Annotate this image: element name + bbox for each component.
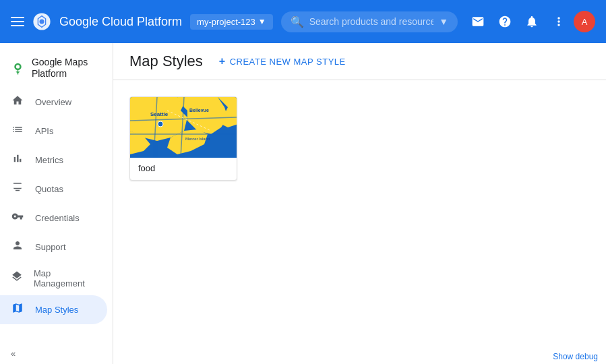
sidebar-item-map-management[interactable]: Map Management — [0, 262, 107, 295]
svg-text:Mercer Island: Mercer Island — [185, 137, 210, 141]
svg-point-18 — [158, 121, 163, 127]
bar-chart-icon — [11, 152, 24, 168]
person-icon — [11, 239, 24, 255]
search-bar[interactable]: 🔍 ▼ — [281, 11, 458, 32]
key-icon — [11, 210, 24, 226]
sidebar-item-map-styles[interactable]: Map Styles — [0, 295, 107, 324]
nav-icons: A — [466, 9, 595, 34]
svg-text:Bellevue: Bellevue — [189, 108, 209, 113]
sidebar-item-quotas-label: Quotas — [35, 184, 63, 194]
sidebar-item-metrics[interactable]: Metrics — [0, 146, 107, 175]
main-layout: Google Maps Platform Overview APIs — [0, 43, 606, 364]
chevron-down-icon: ▼ — [258, 17, 266, 26]
sidebar-item-overview[interactable]: Overview — [0, 88, 107, 117]
page-title: Map Styles — [129, 53, 203, 70]
svg-point-3 — [16, 65, 20, 68]
plus-icon: + — [219, 55, 226, 67]
monitor-icon — [11, 181, 24, 197]
app-title: Google Cloud Platform — [59, 15, 182, 29]
avatar[interactable]: A — [574, 11, 595, 32]
gcp-logo-icon — [32, 12, 51, 31]
sidebar-item-map-management-label: Map Management — [34, 268, 96, 289]
sidebar-item-quotas[interactable]: Quotas — [0, 175, 107, 204]
map-preview-image: Seattle Bellevue Mercer Island — [130, 97, 237, 158]
more-options-icon[interactable] — [547, 9, 571, 34]
map-icon — [11, 302, 24, 317]
sidebar-nav: Overview APIs Metrics Quot — [0, 88, 113, 343]
top-nav: Google Cloud Platform my-project-123 ▼ 🔍… — [0, 0, 606, 43]
search-input[interactable] — [309, 16, 433, 27]
sidebar: Google Maps Platform Overview APIs — [0, 43, 113, 364]
content-body: Seattle Bellevue Mercer Island food — [113, 80, 606, 364]
svg-point-1 — [40, 20, 44, 24]
email-icon[interactable] — [466, 9, 490, 34]
map-style-card[interactable]: Seattle Bellevue Mercer Island food — [129, 96, 237, 181]
content-header: Map Styles + CREATE NEW MAP STYLE — [113, 43, 606, 80]
sidebar-title: Google Maps Platform — [32, 57, 102, 80]
sidebar-header[interactable]: Google Maps Platform — [0, 49, 113, 88]
sidebar-item-apis-label: APIs — [35, 126, 53, 136]
sidebar-item-support-label: Support — [35, 242, 66, 252]
sidebar-collapse[interactable]: « — [0, 343, 113, 364]
project-selector[interactable]: my-project-123 ▼ — [190, 14, 273, 30]
map-style-name: food — [130, 158, 237, 180]
sidebar-item-support[interactable]: Support — [0, 233, 107, 262]
sidebar-item-metrics-label: Metrics — [35, 155, 63, 165]
map-preview: Seattle Bellevue Mercer Island — [130, 97, 237, 158]
notifications-icon[interactable] — [520, 9, 544, 34]
sidebar-item-overview-label: Overview — [35, 97, 71, 107]
search-dropdown-icon[interactable]: ▼ — [439, 16, 448, 27]
sidebar-item-apis[interactable]: APIs — [0, 117, 107, 146]
list-icon — [11, 123, 24, 139]
svg-text:Seattle: Seattle — [150, 111, 169, 117]
hamburger-menu[interactable] — [11, 17, 24, 26]
layers-icon — [11, 270, 23, 286]
sidebar-item-credentials[interactable]: Credentials — [0, 204, 107, 233]
create-new-map-style-button[interactable]: + CREATE NEW MAP STYLE — [214, 51, 351, 71]
search-icon: 🔍 — [291, 16, 304, 28]
maps-logo-icon — [11, 59, 25, 78]
content-area: Map Styles + CREATE NEW MAP STYLE — [113, 43, 606, 364]
home-icon — [11, 94, 24, 110]
help-icon[interactable] — [493, 9, 517, 34]
sidebar-item-map-styles-label: Map Styles — [35, 305, 78, 315]
show-debug-link[interactable]: Show debug — [545, 349, 606, 364]
sidebar-item-credentials-label: Credentials — [35, 213, 80, 223]
